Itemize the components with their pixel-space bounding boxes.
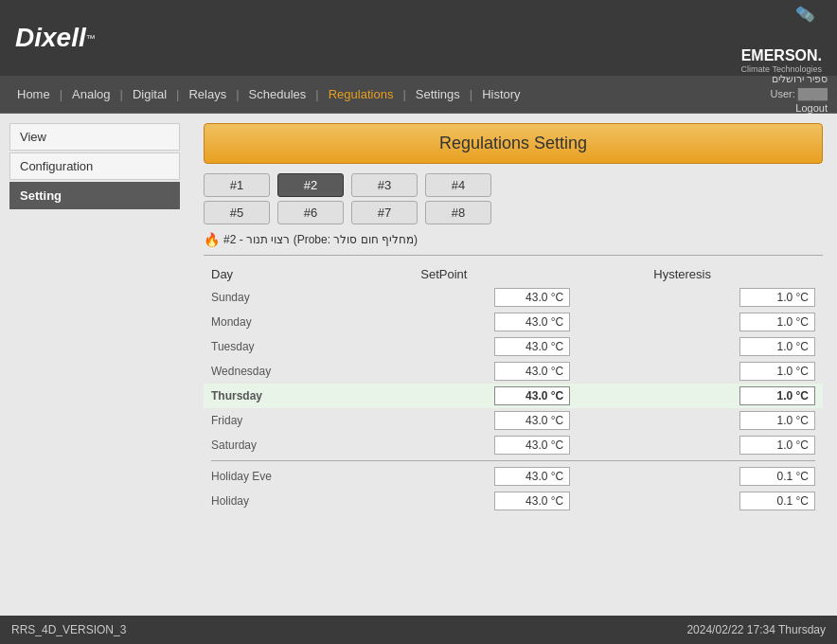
reg-btn-1[interactable]: #1 xyxy=(204,173,270,197)
setpoint-input-6[interactable] xyxy=(494,436,570,455)
special-hysteresis-0[interactable] xyxy=(578,464,823,489)
user-value: ████ xyxy=(798,88,828,99)
fire-icon: 🔥 xyxy=(204,232,220,247)
reg-btn-8[interactable]: #8 xyxy=(425,201,491,224)
nav-item-settings[interactable]: Settings xyxy=(408,87,468,101)
user-hebrew: ספיר ירושלים xyxy=(770,72,828,86)
sidebar-view-btn[interactable]: View xyxy=(9,123,180,151)
special-day-0: Holiday Eve xyxy=(204,464,335,489)
setpoint-cell-0[interactable] xyxy=(335,285,578,310)
table-body: SundayMondayTuesdayWednesdayThursdayFrid… xyxy=(204,285,823,513)
nav-links: Home | Analog | Digital | Relays | Sched… xyxy=(9,87,770,101)
reg-btn-4[interactable]: #4 xyxy=(425,173,491,197)
table-row: Sunday xyxy=(204,285,823,310)
sidebar-setting-btn[interactable]: Setting xyxy=(9,182,180,209)
setpoint-input-5[interactable] xyxy=(494,411,570,430)
sidebar: View Configuration Setting xyxy=(0,114,189,616)
day-cell-4: Thursday xyxy=(204,384,335,408)
reg-btn-7[interactable]: #7 xyxy=(351,201,418,224)
nav-sep-4: | xyxy=(234,87,240,101)
nav-item-digital[interactable]: Digital xyxy=(125,87,174,101)
setpoint-input-0[interactable] xyxy=(494,288,570,307)
setpoint-input-1[interactable] xyxy=(494,313,570,331)
reg-btn-2[interactable]: #2 xyxy=(277,173,344,197)
user-label-value: User: ████ xyxy=(770,87,828,101)
nav-sep-3: | xyxy=(174,87,181,101)
nav-item-home[interactable]: Home xyxy=(9,87,58,101)
hysteresis-cell-1[interactable] xyxy=(578,310,823,334)
setpoint-cell-5[interactable] xyxy=(335,408,578,433)
hysteresis-input-1[interactable] xyxy=(739,313,815,331)
col-day: Day xyxy=(204,263,335,285)
nav-sep-1: | xyxy=(58,87,64,101)
nav-sep-2: | xyxy=(118,87,125,101)
probe-info: 🔥 #2 - רצוי תנור (Probe: מחליף חום סולר) xyxy=(204,232,823,247)
table-row: Thursday xyxy=(204,384,823,408)
hysteresis-cell-0[interactable] xyxy=(578,285,823,310)
table-divider-row xyxy=(204,457,823,464)
hysteresis-input-5[interactable] xyxy=(739,411,815,430)
day-cell-5: Friday xyxy=(204,408,335,433)
setpoint-input-4[interactable] xyxy=(494,386,570,405)
nav-item-history[interactable]: History xyxy=(474,87,527,101)
setpoint-cell-1[interactable] xyxy=(335,310,578,334)
emerson-logo: EMERSON. Climate Technologies xyxy=(741,2,822,74)
special-setpoint-0[interactable] xyxy=(335,464,578,489)
nav-sep-5: | xyxy=(313,87,320,101)
day-cell-0: Sunday xyxy=(204,285,335,310)
special-hysteresis-input-0[interactable] xyxy=(739,467,815,486)
day-cell-1: Monday xyxy=(204,310,335,334)
button-row-1: #1 #2 #3 #4 xyxy=(204,173,823,197)
special-setpoint-1[interactable] xyxy=(335,489,578,513)
special-hysteresis-input-1[interactable] xyxy=(739,492,815,510)
brand-name: Dixell xyxy=(15,23,86,52)
emerson-name: EMERSON. xyxy=(741,47,822,64)
nav-item-analog[interactable]: Analog xyxy=(64,87,117,101)
nav-item-relays[interactable]: Relays xyxy=(181,87,234,101)
sidebar-configuration-btn[interactable]: Configuration xyxy=(9,152,180,180)
probe-divider xyxy=(204,255,823,256)
special-setpoint-input-1[interactable] xyxy=(494,492,570,510)
brand-logo: Dixell™ xyxy=(15,23,96,53)
day-cell-6: Saturday xyxy=(204,433,335,457)
setpoint-cell-4[interactable] xyxy=(335,384,578,408)
special-setpoint-input-0[interactable] xyxy=(494,467,570,486)
nav-item-schedules[interactable]: Schedules xyxy=(241,87,314,101)
hysteresis-input-2[interactable] xyxy=(739,337,815,356)
setpoint-input-2[interactable] xyxy=(494,337,570,356)
emerson-waves-icon xyxy=(779,2,822,45)
hysteresis-cell-3[interactable] xyxy=(578,359,823,384)
table-row: Monday xyxy=(204,310,823,334)
hysteresis-input-0[interactable] xyxy=(739,288,815,307)
col-hysteresis: Hysteresis xyxy=(578,263,823,285)
setpoint-cell-3[interactable] xyxy=(335,359,578,384)
hysteresis-input-3[interactable] xyxy=(739,362,815,381)
table-row: Wednesday xyxy=(204,359,823,384)
footer-datetime: 2024/02/22 17:34 xyxy=(686,623,775,636)
col-setpoint: SetPoint xyxy=(335,263,578,285)
user-info: ספיר ירושלים User: ████ Logout xyxy=(770,72,828,116)
nav-sep-7: | xyxy=(468,87,474,101)
content-area: View Configuration Setting Regulations S… xyxy=(0,114,837,616)
special-row-1: Holiday xyxy=(204,489,823,513)
hysteresis-cell-2[interactable] xyxy=(578,334,823,359)
table-row: Friday xyxy=(204,408,823,433)
hysteresis-cell-5[interactable] xyxy=(578,408,823,433)
probe-text: #2 - רצוי תנור (Probe: מחליף חום סולר) xyxy=(223,233,418,246)
hysteresis-input-6[interactable] xyxy=(739,436,815,455)
hysteresis-cell-4[interactable] xyxy=(578,384,823,408)
reg-btn-6[interactable]: #6 xyxy=(277,201,344,224)
setpoint-cell-6[interactable] xyxy=(335,433,578,457)
footer-datetime-day: 2024/02/22 17:34 Thursday xyxy=(686,623,826,636)
table-header-row: Day SetPoint Hysteresis xyxy=(204,263,823,285)
special-hysteresis-1[interactable] xyxy=(578,489,823,513)
reg-btn-5[interactable]: #5 xyxy=(204,201,270,224)
reg-btn-3[interactable]: #3 xyxy=(351,173,418,197)
nav-item-regulations[interactable]: Regulations xyxy=(321,87,401,101)
setpoint-cell-2[interactable] xyxy=(335,334,578,359)
hysteresis-input-4[interactable] xyxy=(739,386,815,405)
header: Dixell™ EMERSON. Climate Technologies xyxy=(0,0,837,76)
hysteresis-cell-6[interactable] xyxy=(578,433,823,457)
setpoint-input-3[interactable] xyxy=(494,362,570,381)
main-panel: Regulations Setting #1 #2 #3 #4 #5 #6 #7… xyxy=(189,114,837,616)
